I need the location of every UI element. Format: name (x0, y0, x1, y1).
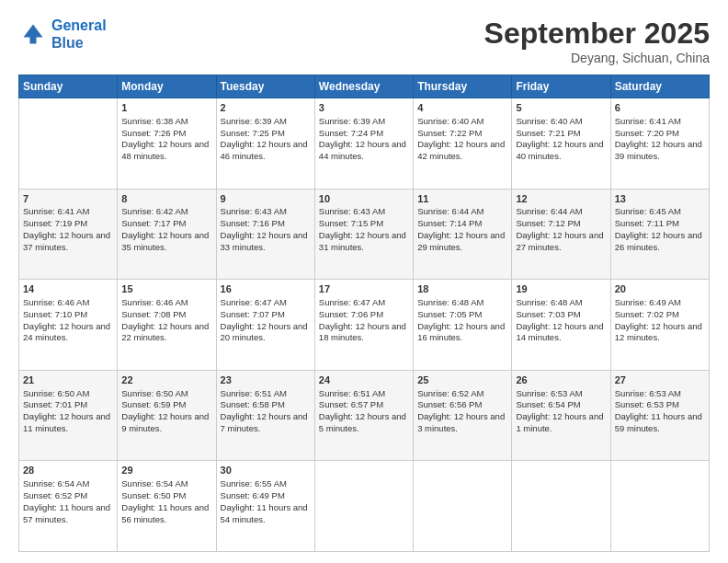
daylight: Daylight: 12 hours and 31 minutes. (319, 230, 406, 252)
day-number: 27 (615, 373, 705, 387)
sunset: Sunset: 6:52 PM (23, 490, 87, 500)
table-cell: 23Sunrise: 6:51 AMSunset: 6:58 PMDayligh… (216, 370, 314, 461)
sunset: Sunset: 7:25 PM (221, 128, 285, 138)
day-number: 22 (121, 373, 211, 387)
table-cell: 17Sunrise: 6:47 AMSunset: 7:06 PMDayligh… (314, 280, 413, 371)
table-cell: 27Sunrise: 6:53 AMSunset: 6:53 PMDayligh… (610, 370, 709, 461)
day-number: 20 (615, 282, 705, 296)
sunset: Sunset: 6:56 PM (417, 399, 482, 409)
sunrise: Sunrise: 6:39 AM (221, 116, 287, 126)
calendar: Sunday Monday Tuesday Wednesday Thursday… (18, 75, 710, 552)
table-cell: 2Sunrise: 6:39 AMSunset: 7:25 PMDaylight… (216, 98, 314, 190)
header-saturday: Saturday (610, 75, 709, 98)
sunrise: Sunrise: 6:51 AM (319, 388, 385, 398)
sunrise: Sunrise: 6:47 AM (319, 297, 385, 307)
sunset: Sunset: 7:06 PM (319, 309, 383, 319)
table-cell: 11Sunrise: 6:44 AMSunset: 7:14 PMDayligh… (414, 189, 512, 280)
daylight: Daylight: 12 hours and 42 minutes. (417, 139, 505, 161)
table-cell: 24Sunrise: 6:51 AMSunset: 6:57 PMDayligh… (314, 370, 413, 461)
day-number: 24 (319, 373, 409, 387)
sunrise: Sunrise: 6:40 AM (516, 116, 582, 126)
sunset: Sunset: 7:15 PM (319, 218, 383, 228)
logo-text: General Blue (51, 17, 107, 52)
sunset: Sunset: 6:49 PM (221, 490, 285, 500)
table-cell: 4Sunrise: 6:40 AMSunset: 7:22 PMDaylight… (414, 98, 512, 190)
table-cell: 25Sunrise: 6:52 AMSunset: 6:56 PMDayligh… (414, 370, 512, 461)
day-number: 26 (516, 373, 606, 387)
day-number: 4 (417, 101, 507, 115)
sunset: Sunset: 7:08 PM (121, 309, 186, 319)
daylight: Daylight: 12 hours and 48 minutes. (121, 139, 209, 161)
sunrise: Sunrise: 6:55 AM (221, 478, 287, 488)
day-number: 16 (221, 282, 311, 296)
sunrise: Sunrise: 6:41 AM (615, 116, 681, 126)
table-cell: 16Sunrise: 6:47 AMSunset: 7:07 PMDayligh… (216, 280, 314, 371)
sunrise: Sunrise: 6:51 AM (221, 388, 287, 398)
day-number: 3 (319, 101, 409, 115)
day-number: 29 (121, 464, 211, 477)
sunset: Sunset: 6:54 PM (516, 399, 580, 409)
table-cell (314, 461, 413, 552)
sunrise: Sunrise: 6:38 AM (121, 116, 188, 126)
sunrise: Sunrise: 6:52 AM (417, 388, 483, 398)
table-cell: 9Sunrise: 6:43 AMSunset: 7:16 PMDaylight… (216, 189, 314, 280)
table-cell: 26Sunrise: 6:53 AMSunset: 6:54 PMDayligh… (512, 370, 610, 461)
sunset: Sunset: 7:21 PM (516, 128, 580, 138)
day-number: 30 (221, 464, 311, 477)
day-number: 21 (23, 373, 113, 387)
month-title: September 2025 (484, 17, 710, 51)
sunrise: Sunrise: 6:42 AM (121, 206, 188, 216)
sunrise: Sunrise: 6:49 AM (615, 297, 681, 307)
svg-rect-2 (30, 36, 37, 44)
table-cell: 3Sunrise: 6:39 AMSunset: 7:24 PMDaylight… (314, 98, 413, 190)
day-number: 19 (516, 282, 606, 296)
sunset: Sunset: 7:07 PM (221, 309, 285, 319)
sunset: Sunset: 7:17 PM (121, 218, 186, 228)
daylight: Daylight: 12 hours and 27 minutes. (516, 230, 603, 252)
sunrise: Sunrise: 6:40 AM (417, 116, 483, 126)
daylight: Daylight: 12 hours and 40 minutes. (516, 139, 603, 161)
day-number: 10 (319, 192, 409, 206)
calendar-header-row: Sunday Monday Tuesday Wednesday Thursday… (19, 75, 710, 98)
logo-icon (18, 21, 48, 47)
sunset: Sunset: 7:24 PM (319, 128, 383, 138)
daylight: Daylight: 12 hours and 29 minutes. (417, 230, 505, 252)
sunset: Sunset: 7:05 PM (417, 309, 482, 319)
page: General Blue September 2025 Deyang, Sich… (0, 0, 728, 563)
daylight: Daylight: 12 hours and 12 minutes. (615, 321, 702, 343)
sunrise: Sunrise: 6:53 AM (615, 388, 681, 398)
table-cell (19, 98, 118, 190)
day-number: 6 (615, 101, 705, 115)
day-number: 5 (516, 101, 606, 115)
daylight: Daylight: 12 hours and 44 minutes. (319, 139, 406, 161)
daylight: Daylight: 12 hours and 46 minutes. (221, 139, 308, 161)
table-cell: 13Sunrise: 6:45 AMSunset: 7:11 PMDayligh… (610, 189, 709, 280)
sunset: Sunset: 7:19 PM (23, 218, 87, 228)
day-number: 1 (121, 101, 211, 115)
location: Deyang, Sichuan, China (484, 51, 710, 65)
day-number: 2 (221, 101, 311, 115)
table-cell: 6Sunrise: 6:41 AMSunset: 7:20 PMDaylight… (610, 98, 709, 190)
sunrise: Sunrise: 6:43 AM (319, 206, 385, 216)
sunset: Sunset: 7:12 PM (516, 218, 580, 228)
sunset: Sunset: 7:02 PM (615, 309, 679, 319)
sunset: Sunset: 6:50 PM (121, 490, 186, 500)
table-cell: 29Sunrise: 6:54 AMSunset: 6:50 PMDayligh… (118, 461, 216, 552)
header: General Blue September 2025 Deyang, Sich… (18, 17, 710, 65)
sunrise: Sunrise: 6:44 AM (417, 206, 483, 216)
sunset: Sunset: 7:14 PM (417, 218, 482, 228)
table-cell: 5Sunrise: 6:40 AMSunset: 7:21 PMDaylight… (512, 98, 610, 190)
daylight: Daylight: 12 hours and 16 minutes. (417, 321, 505, 343)
sunrise: Sunrise: 6:54 AM (23, 478, 89, 488)
sunrise: Sunrise: 6:45 AM (615, 206, 681, 216)
table-cell: 12Sunrise: 6:44 AMSunset: 7:12 PMDayligh… (512, 189, 610, 280)
sunrise: Sunrise: 6:43 AM (221, 206, 287, 216)
header-tuesday: Tuesday (216, 75, 314, 98)
daylight: Daylight: 12 hours and 18 minutes. (319, 321, 406, 343)
day-number: 14 (23, 282, 113, 296)
daylight: Daylight: 11 hours and 57 minutes. (23, 502, 110, 524)
table-cell: 8Sunrise: 6:42 AMSunset: 7:17 PMDaylight… (118, 189, 216, 280)
daylight: Daylight: 12 hours and 5 minutes. (319, 411, 406, 433)
daylight: Daylight: 11 hours and 59 minutes. (615, 411, 702, 433)
header-friday: Friday (512, 75, 610, 98)
